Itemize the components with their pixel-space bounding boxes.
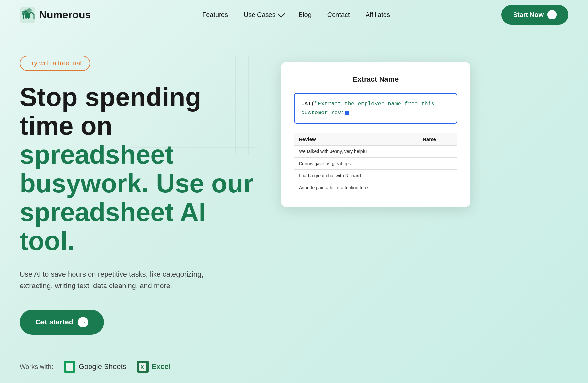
demo-card-title: Extract Name bbox=[294, 75, 457, 84]
nav-item-features[interactable]: Features bbox=[202, 11, 228, 19]
table-row: Annette paid a lot of attention to us bbox=[294, 182, 457, 194]
logo-icon bbox=[20, 7, 35, 23]
start-now-button[interactable]: Start Now bbox=[501, 5, 568, 25]
table-cell-review-2: Dennis gave us great tips bbox=[294, 158, 418, 170]
table-cell-review-1: We talked with Jenny, very helpful bbox=[294, 146, 418, 158]
svg-rect-5 bbox=[66, 363, 73, 371]
works-with-label: Works with: bbox=[20, 363, 53, 371]
use-cases-chevron-icon bbox=[277, 10, 285, 18]
works-with-section: Works with: Google Sheets bbox=[20, 361, 255, 373]
hero-left-column: Try with a free trial Stop spending time… bbox=[20, 56, 255, 373]
formula-cursor bbox=[345, 111, 349, 115]
google-sheets-icon bbox=[64, 361, 75, 373]
google-sheets-integration: Google Sheets bbox=[64, 361, 126, 373]
hero-heading-green: spreadsheet busywork. Use our spreadshee… bbox=[20, 140, 253, 255]
google-sheets-name: Google Sheets bbox=[79, 362, 126, 371]
table-col-review: Review bbox=[294, 133, 418, 146]
table-cell-review-4: Annette paid a lot of attention to us bbox=[294, 182, 418, 194]
demo-card: Extract Name =AI("Extract the employee n… bbox=[281, 62, 470, 207]
table-cell-review-3: I had a great chat with Richard bbox=[294, 170, 418, 182]
nav-item-affiliates[interactable]: Affiliates bbox=[366, 11, 390, 19]
table-cell-name-1 bbox=[418, 146, 457, 158]
logo-text: Numerous bbox=[39, 9, 91, 21]
table-header-row: Review Name bbox=[294, 133, 457, 146]
formula-function: =AI( bbox=[301, 101, 315, 107]
table-col-name: Name bbox=[418, 133, 457, 146]
demo-table: Review Name We talked with Jenny, very h… bbox=[294, 133, 457, 194]
nav-links: Features Use Cases Blog Contact Affiliat… bbox=[202, 11, 390, 19]
table-cell-name-4 bbox=[418, 182, 457, 194]
logo-link[interactable]: Numerous bbox=[20, 7, 91, 23]
excel-icon: X bbox=[137, 361, 149, 373]
hero-subtext: Use AI to save hours on repetitive tasks… bbox=[20, 269, 209, 291]
nav-item-contact[interactable]: Contact bbox=[327, 11, 350, 19]
table-row: We talked with Jenny, very helpful bbox=[294, 146, 457, 158]
hero-right-column: Extract Name =AI("Extract the employee n… bbox=[281, 62, 477, 207]
hero-heading: Stop spending time on spreadsheet busywo… bbox=[20, 83, 255, 255]
hero-heading-part1: Stop spending time on bbox=[20, 82, 201, 140]
free-trial-badge[interactable]: Try with a free trial bbox=[20, 56, 90, 71]
table-row: I had a great chat with Richard bbox=[294, 170, 457, 182]
get-started-button[interactable]: Get started bbox=[20, 310, 104, 335]
excel-integration: X Excel bbox=[137, 361, 171, 373]
hero-section: Try with a free trial Stop spending time… bbox=[0, 29, 588, 383]
nav-item-blog[interactable]: Blog bbox=[299, 11, 312, 19]
excel-name: Excel bbox=[152, 362, 171, 371]
start-now-arrow-icon bbox=[547, 10, 557, 19]
table-cell-name-2 bbox=[418, 158, 457, 170]
navbar: Numerous Features Use Cases Blog Contact… bbox=[0, 0, 588, 29]
table-cell-name-3 bbox=[418, 170, 457, 182]
formula-box[interactable]: =AI("Extract the employee name from this… bbox=[294, 93, 457, 124]
formula-string: "Extract the employee name from this cus… bbox=[301, 101, 434, 116]
get-started-arrow-icon bbox=[78, 317, 88, 327]
table-row: Dennis gave us great tips bbox=[294, 158, 457, 170]
svg-rect-2 bbox=[25, 13, 30, 18]
nav-item-use-cases[interactable]: Use Cases bbox=[244, 11, 283, 19]
